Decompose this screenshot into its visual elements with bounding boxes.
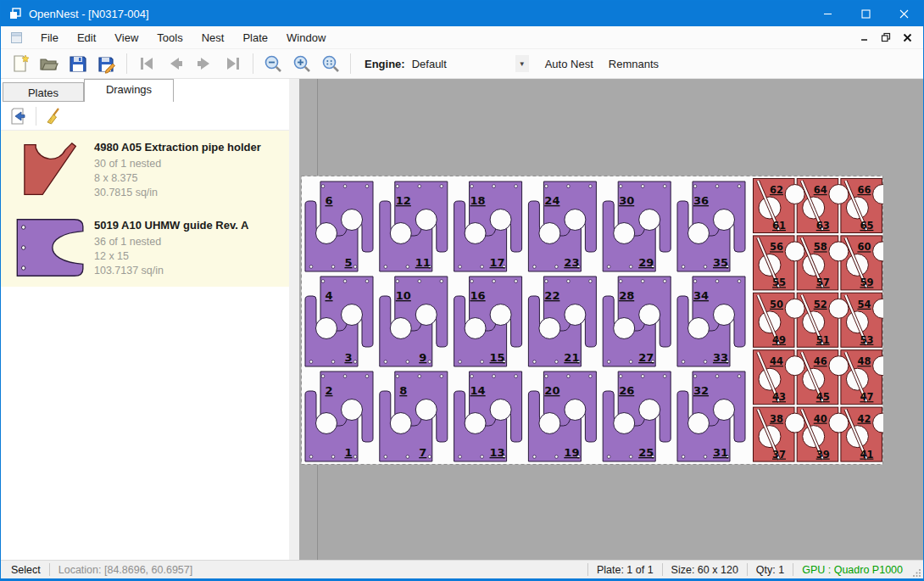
svg-text:48: 48 bbox=[857, 355, 871, 367]
svg-text:8: 8 bbox=[399, 384, 407, 397]
status-bar: Select Location: [84.8696, 60.6957] Plat… bbox=[1, 560, 923, 578]
svg-text:42: 42 bbox=[857, 413, 871, 425]
drawing-nested-count: 30 of 1 nested bbox=[94, 157, 261, 171]
drawing-thumbnail-purple bbox=[8, 217, 94, 278]
drawing-size: 8 x 8.375 bbox=[94, 171, 261, 186]
save-button[interactable] bbox=[64, 52, 92, 76]
svg-text:17: 17 bbox=[490, 256, 505, 269]
menu-plate[interactable]: Plate bbox=[233, 27, 277, 48]
drawing-title: 4980 A05 Extraction pipe holder bbox=[94, 141, 261, 154]
sidebar-tabs: Plates Drawings bbox=[1, 79, 289, 102]
svg-text:44: 44 bbox=[770, 355, 783, 367]
svg-text:30: 30 bbox=[619, 194, 634, 207]
svg-text:35: 35 bbox=[713, 256, 728, 269]
go-first-button[interactable] bbox=[132, 52, 161, 76]
mdi-restore-button[interactable] bbox=[877, 28, 895, 47]
minimize-button[interactable] bbox=[809, 1, 847, 26]
svg-text:60: 60 bbox=[857, 241, 871, 253]
svg-text:27: 27 bbox=[638, 351, 654, 364]
menu-bar: File Edit View Tools Nest Plate Window bbox=[1, 26, 923, 49]
svg-text:65: 65 bbox=[860, 220, 873, 232]
svg-text:21: 21 bbox=[564, 351, 579, 364]
svg-text:16: 16 bbox=[470, 289, 486, 302]
svg-text:39: 39 bbox=[816, 449, 830, 461]
mdi-close-button[interactable] bbox=[898, 28, 916, 47]
menu-file[interactable]: File bbox=[31, 27, 68, 48]
engine-select[interactable]: Default bbox=[410, 53, 504, 74]
svg-text:31: 31 bbox=[713, 446, 728, 459]
tab-plates[interactable]: Plates bbox=[3, 82, 84, 102]
svg-text:33: 33 bbox=[713, 351, 728, 364]
zoom-fit-button[interactable] bbox=[316, 52, 345, 76]
drawings-list: 4980 A05 Extraction pipe holder 30 of 1 … bbox=[1, 131, 289, 560]
resize-grip[interactable] bbox=[911, 561, 923, 578]
svg-text:29: 29 bbox=[638, 256, 654, 269]
status-mode: Select bbox=[1, 564, 49, 576]
zoom-in-button[interactable] bbox=[287, 52, 316, 76]
go-previous-button[interactable] bbox=[161, 52, 190, 76]
svg-text:14: 14 bbox=[470, 384, 486, 397]
mdi-minimize-button[interactable] bbox=[855, 28, 874, 47]
svg-text:10: 10 bbox=[396, 289, 411, 302]
remnants-button[interactable]: Remnants bbox=[601, 53, 666, 75]
nest-canvas[interactable]: 6512111817242330293635431091615222128273… bbox=[299, 79, 923, 560]
new-file-button[interactable] bbox=[6, 52, 35, 76]
svg-text:38: 38 bbox=[770, 413, 783, 425]
maximize-button[interactable] bbox=[847, 1, 885, 26]
drawing-item-2[interactable]: 5019 A10 UHMW guide Rev. A 36 of 1 neste… bbox=[1, 209, 289, 287]
go-last-button[interactable] bbox=[219, 52, 248, 76]
sidebar: Plates Drawings 4980 A05 Extra bbox=[1, 79, 289, 560]
svg-text:23: 23 bbox=[564, 256, 579, 269]
drawing-nested-count: 36 of 1 nested bbox=[94, 235, 248, 249]
engine-dropdown-arrow-icon[interactable]: ▼ bbox=[515, 55, 529, 72]
window-title: OpenNest - [N0317-004] bbox=[29, 8, 149, 20]
app-window: OpenNest - [N0317-004] File Edit View To… bbox=[0, 0, 924, 581]
open-file-button[interactable] bbox=[35, 52, 64, 76]
tab-drawings[interactable]: Drawings bbox=[84, 79, 174, 102]
svg-text:45: 45 bbox=[816, 391, 830, 403]
svg-text:51: 51 bbox=[816, 334, 830, 346]
svg-text:9: 9 bbox=[419, 351, 426, 364]
svg-text:32: 32 bbox=[693, 384, 709, 397]
svg-text:11: 11 bbox=[415, 256, 431, 269]
zoom-out-button[interactable] bbox=[259, 52, 287, 76]
svg-text:1: 1 bbox=[344, 446, 352, 459]
svg-text:64: 64 bbox=[814, 184, 827, 196]
plate-svg[interactable]: 6512111817242330293635431091615222128273… bbox=[301, 176, 883, 465]
menu-edit[interactable]: Edit bbox=[68, 27, 105, 48]
drawings-toolbar bbox=[1, 102, 289, 131]
mdi-system-icon[interactable] bbox=[10, 31, 23, 44]
return-drawing-button[interactable] bbox=[6, 104, 31, 127]
close-button[interactable] bbox=[885, 1, 923, 26]
svg-text:19: 19 bbox=[564, 446, 579, 459]
svg-text:25: 25 bbox=[638, 446, 654, 459]
sidebar-splitter[interactable] bbox=[289, 79, 299, 560]
status-plate: Plate: 1 of 1 bbox=[588, 564, 662, 576]
svg-text:57: 57 bbox=[816, 277, 830, 288]
clear-drawings-button[interactable] bbox=[41, 104, 66, 127]
auto-nest-button[interactable]: Auto Nest bbox=[537, 53, 601, 75]
save-as-button[interactable] bbox=[92, 52, 121, 76]
svg-text:53: 53 bbox=[860, 334, 873, 346]
status-location: Location: [84.8696, 60.6957] bbox=[50, 564, 201, 576]
drawing-title: 5019 A10 UHMW guide Rev. A bbox=[94, 219, 248, 232]
svg-text:28: 28 bbox=[619, 289, 634, 302]
menu-tools[interactable]: Tools bbox=[148, 27, 192, 48]
svg-text:61: 61 bbox=[772, 220, 786, 232]
svg-text:5: 5 bbox=[344, 256, 352, 269]
app-icon bbox=[8, 7, 22, 20]
drawing-size: 12 x 15 bbox=[94, 249, 248, 264]
menu-nest[interactable]: Nest bbox=[192, 27, 234, 48]
svg-text:22: 22 bbox=[544, 289, 559, 302]
menu-view[interactable]: View bbox=[105, 27, 148, 48]
menu-window[interactable]: Window bbox=[277, 27, 335, 48]
svg-text:34: 34 bbox=[693, 289, 709, 302]
svg-text:62: 62 bbox=[770, 184, 783, 196]
svg-text:58: 58 bbox=[814, 241, 827, 253]
go-next-button[interactable] bbox=[190, 52, 219, 76]
svg-text:6: 6 bbox=[325, 194, 332, 207]
svg-text:50: 50 bbox=[770, 299, 783, 310]
drawing-item-1[interactable]: 4980 A05 Extraction pipe holder 30 of 1 … bbox=[1, 131, 289, 209]
svg-text:43: 43 bbox=[772, 391, 786, 403]
main-area: Plates Drawings 4980 A05 Extra bbox=[1, 79, 923, 560]
